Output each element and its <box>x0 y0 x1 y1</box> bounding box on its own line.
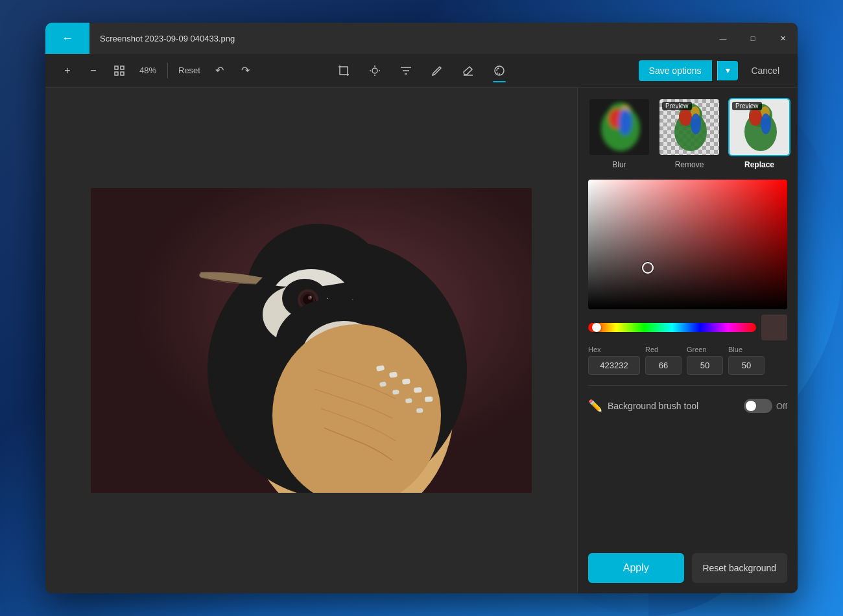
svg-rect-2 <box>115 72 118 75</box>
svg-rect-3 <box>121 72 124 75</box>
svg-point-56 <box>761 113 771 134</box>
svg-rect-1 <box>121 66 124 69</box>
toolbar-center-tools <box>331 58 512 84</box>
hex-field: Hex 423232 <box>588 346 640 375</box>
hex-input[interactable]: 423232 <box>588 356 640 375</box>
save-options-dropdown-button[interactable]: ▼ <box>717 61 739 80</box>
svg-point-27 <box>310 296 312 298</box>
hue-thumb <box>592 323 601 332</box>
background-tool-button[interactable] <box>486 58 512 84</box>
zoom-out-button[interactable]: − <box>82 59 105 82</box>
back-button[interactable]: ← <box>45 23 89 54</box>
hue-slider[interactable] <box>588 323 756 332</box>
panel-divider <box>588 385 787 386</box>
svg-rect-35 <box>425 396 433 402</box>
filter-tool-button[interactable] <box>393 58 419 84</box>
blur-label: Blur <box>612 160 626 169</box>
svg-point-49 <box>679 109 692 126</box>
maximize-button[interactable]: □ <box>738 23 768 54</box>
brush-icon: ✏️ <box>588 399 602 413</box>
fit-to-window-button[interactable] <box>108 59 131 82</box>
blur-option[interactable]: Blur <box>588 98 650 169</box>
remove-label: Remove <box>675 160 704 169</box>
color-swatch <box>761 314 787 340</box>
hue-slider-row <box>588 314 787 340</box>
brush-tool-row: ✏️ Background brush tool Off <box>588 396 787 416</box>
replace-thumbnail: Preview <box>728 98 790 156</box>
close-button[interactable]: ✕ <box>768 23 798 54</box>
replace-preview-badge: Preview <box>732 102 762 110</box>
eraser-tool-button[interactable] <box>455 58 481 84</box>
background-options: Blur Preview <box>588 98 787 169</box>
replace-label: Replace <box>744 160 774 169</box>
color-values: Hex 423232 Red 66 Green 50 Blue 50 <box>588 346 787 375</box>
reset-button[interactable]: Reset <box>173 63 206 78</box>
svg-point-55 <box>749 109 762 126</box>
remove-preview-badge: Preview <box>662 102 692 110</box>
title-bar: ← Screenshot 2023-09-09 040433.png — □ ✕ <box>45 23 798 54</box>
brush-tool-label: Background brush tool <box>608 401 739 411</box>
toolbar-divider <box>167 63 168 78</box>
green-field: Green 50 <box>687 346 723 375</box>
bird-svg <box>91 188 532 493</box>
reset-background-button[interactable]: Reset background <box>692 553 788 583</box>
red-field: Red 66 <box>645 346 682 375</box>
svg-rect-39 <box>416 408 423 413</box>
canvas-area <box>45 88 577 593</box>
blue-input[interactable]: 50 <box>728 356 765 375</box>
window-controls: — □ ✕ <box>708 23 798 54</box>
redo-button[interactable]: ↷ <box>234 59 257 82</box>
svg-rect-33 <box>402 379 410 385</box>
bottom-actions: Apply Reset background <box>588 553 787 583</box>
toggle-thumb <box>746 401 756 411</box>
image-container <box>91 188 532 493</box>
right-panel: Blur Preview <box>577 88 798 593</box>
remove-option[interactable]: Preview Remove <box>658 98 720 169</box>
minimize-button[interactable]: — <box>708 23 738 54</box>
crop-tool-button[interactable] <box>331 58 357 84</box>
color-cursor <box>642 262 654 274</box>
markup-tool-button[interactable] <box>424 58 450 84</box>
zoom-level: 48% <box>136 65 160 75</box>
green-input[interactable]: 50 <box>687 356 723 375</box>
main-content: Blur Preview <box>45 88 798 593</box>
save-options-button[interactable]: Save options <box>639 60 712 81</box>
toggle-state-label: Off <box>776 401 787 411</box>
blue-field: Blue 50 <box>728 346 765 375</box>
svg-point-4 <box>372 68 377 73</box>
color-gradient[interactable] <box>588 180 787 309</box>
svg-rect-0 <box>115 66 118 69</box>
toolbar: + − 48% Reset ↶ ↷ <box>45 54 798 88</box>
back-arrow-icon: ← <box>62 32 73 45</box>
toggle-track[interactable] <box>744 399 772 413</box>
window-title: Screenshot 2023-09-09 040433.png <box>100 34 708 43</box>
hex-label: Hex <box>588 346 640 353</box>
remove-thumbnail: Preview <box>658 98 720 156</box>
apply-button[interactable]: Apply <box>588 553 684 583</box>
bird-image <box>91 188 532 493</box>
cancel-button[interactable]: Cancel <box>743 60 787 81</box>
undo-button[interactable]: ↶ <box>208 59 232 82</box>
svg-point-50 <box>691 113 701 134</box>
brightness-tool-button[interactable] <box>362 58 388 84</box>
green-label: Green <box>687 346 723 353</box>
zoom-in-button[interactable]: + <box>56 59 79 82</box>
blue-label: Blue <box>728 346 765 353</box>
red-input[interactable]: 66 <box>645 356 682 375</box>
toolbar-actions: Save options ▼ Cancel <box>639 60 787 81</box>
svg-point-45 <box>619 109 632 135</box>
red-label: Red <box>645 346 682 353</box>
app-window: ← Screenshot 2023-09-09 040433.png — □ ✕… <box>45 23 798 593</box>
replace-option[interactable]: Preview Replace <box>728 98 790 169</box>
blur-thumbnail <box>588 98 650 156</box>
color-picker-area: Hex 423232 Red 66 Green 50 Blue 50 <box>588 180 787 375</box>
toggle-switch[interactable]: Off <box>744 399 787 413</box>
svg-rect-34 <box>414 387 422 393</box>
